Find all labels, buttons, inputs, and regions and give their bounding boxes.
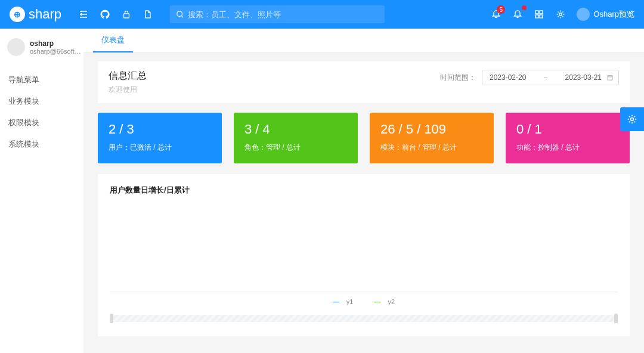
legend-marker-y2: — <box>374 298 381 305</box>
date-range-picker[interactable]: 2023-02-20 ~ 2023-03-21 <box>482 70 619 85</box>
stat-card-modules: 26 / 5 / 109 模块：前台 / 管理 / 总计 <box>370 113 494 163</box>
main: 仪表盘 信息汇总 欢迎使用 时间范围： 2023-02-20 ~ 2023-03… <box>83 29 644 353</box>
date-to: 2023-03-21 <box>565 73 602 82</box>
chart-panel: 用户数量日增长/日累计 —y1 —y2 <box>98 174 630 336</box>
search-input-wrap[interactable] <box>170 5 385 23</box>
chart-title: 用户数量日增长/日累计 <box>110 185 618 196</box>
nav-heading: 导航菜单 <box>7 69 76 91</box>
apps-icon[interactable] <box>529 4 549 24</box>
sidebar-user-mail: osharp@66soft.ne <box>30 48 82 55</box>
stat-value: 2 / 3 <box>109 121 211 138</box>
stat-label: 模块：前台 / 管理 / 总计 <box>380 143 483 153</box>
legend-label-y2: y2 <box>388 298 395 305</box>
stat-value: 0 / 1 <box>516 121 619 138</box>
svg-rect-5 <box>540 15 543 18</box>
brand-logo[interactable]: ⊕ sharp <box>10 7 61 22</box>
sidebar-user-name: osharp <box>30 39 82 48</box>
calendar-icon <box>606 74 614 81</box>
stat-label: 用户：已激活 / 总计 <box>109 143 211 153</box>
date-separator: ~ <box>543 73 547 82</box>
user-display-name: Osharp预览 <box>593 9 634 20</box>
svg-point-6 <box>559 13 562 16</box>
svg-rect-4 <box>535 15 538 18</box>
page-title: 信息汇总 <box>109 70 147 82</box>
svg-rect-7 <box>608 76 612 80</box>
settings-icon[interactable] <box>550 4 571 24</box>
stat-card-users: 2 / 3 用户：已激活 / 总计 <box>98 113 222 163</box>
stat-cards: 2 / 3 用户：已激活 / 总计 3 / 4 角色：管理 / 总计 26 / … <box>98 113 630 163</box>
sidebar-item-system[interactable]: 系统模块 <box>7 134 76 155</box>
svg-rect-2 <box>535 11 538 14</box>
notifications-icon[interactable]: 5 <box>486 4 506 24</box>
doc-icon[interactable] <box>138 4 158 24</box>
github-icon[interactable] <box>95 4 115 24</box>
svg-rect-0 <box>124 14 129 18</box>
topbar-left-icons <box>73 4 158 24</box>
menu-fold-icon[interactable] <box>73 4 94 24</box>
chart-legend: —y1 —y2 <box>110 298 618 305</box>
sidebar-item-business[interactable]: 业务模块 <box>7 91 76 112</box>
sidebar-item-permission[interactable]: 权限模块 <box>7 112 76 134</box>
stat-value: 26 / 5 / 109 <box>380 121 483 138</box>
tab-dashboard[interactable]: 仪表盘 <box>93 29 133 52</box>
chart-range-slider[interactable] <box>110 315 618 322</box>
page-subtitle: 欢迎使用 <box>109 85 147 95</box>
settings-fab[interactable] <box>620 107 644 131</box>
sidebar-user[interactable]: osharp osharp@66soft.ne <box>7 38 76 56</box>
topbar-right: 5 Osharp预览 <box>486 4 634 24</box>
topbar: ⊕ sharp 5 <box>0 0 644 29</box>
alert-dot <box>522 5 527 10</box>
date-from: 2023-02-20 <box>490 73 526 82</box>
stat-value: 3 / 4 <box>244 121 347 138</box>
legend-marker-y1: — <box>333 298 339 305</box>
stat-label: 功能：控制器 / 总计 <box>516 143 619 153</box>
stat-label: 角色：管理 / 总计 <box>244 143 347 153</box>
search-input[interactable] <box>188 10 379 19</box>
brand-text: sharp <box>29 7 61 22</box>
alerts-icon[interactable] <box>507 4 528 24</box>
avatar <box>577 8 590 21</box>
search-icon <box>176 10 184 18</box>
lock-icon[interactable] <box>116 4 137 24</box>
svg-point-1 <box>177 11 182 17</box>
user-menu[interactable]: Osharp预览 <box>577 8 634 21</box>
notification-badge: 5 <box>497 5 505 14</box>
avatar <box>7 38 25 56</box>
sidebar: osharp osharp@66soft.ne 导航菜单 业务模块 权限模块 系… <box>0 29 83 353</box>
svg-rect-3 <box>540 11 543 14</box>
tabs: 仪表盘 <box>83 29 644 53</box>
date-range-label: 时间范围： <box>440 73 476 83</box>
chart-area <box>110 203 618 292</box>
legend-label-y1: y1 <box>346 298 354 305</box>
stat-card-roles: 3 / 4 角色：管理 / 总计 <box>234 113 358 163</box>
page-header: 信息汇总 欢迎使用 时间范围： 2023-02-20 ~ 2023-03-21 <box>98 61 630 103</box>
svg-point-8 <box>631 118 634 121</box>
brand-logo-badge: ⊕ <box>10 7 25 22</box>
stat-card-functions: 0 / 1 功能：控制器 / 总计 <box>506 113 630 163</box>
